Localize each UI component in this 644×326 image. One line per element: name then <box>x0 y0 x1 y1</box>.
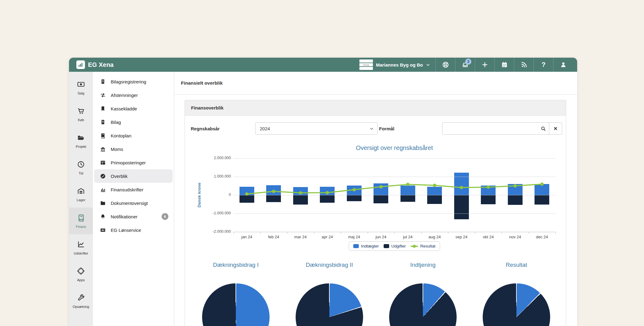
menu-item-notifikationer[interactable]: Notifikationer6 <box>94 210 173 223</box>
panel-body: Regnskabsår 2024 Formål <box>185 116 566 326</box>
legend-item-indt-gter[interactable]: Indtægter <box>353 244 379 248</box>
menu-item-afstemninger[interactable]: Afstemninger <box>94 88 173 102</box>
main-row: SalgKøbProjektTidLagerFinansUdskrifterAp… <box>69 72 577 326</box>
rail-item-label: Lager <box>77 198 85 202</box>
search-icon[interactable] <box>537 123 549 134</box>
menu-item-label: Dokumentoversigt <box>111 201 148 206</box>
page-title-row: Finansielt overblik <box>174 72 577 94</box>
rail-item-label: Projekt <box>76 145 86 148</box>
puzzle-icon <box>77 267 85 276</box>
wrench-icon <box>77 294 85 303</box>
inbox-badge: 3 <box>465 59 471 65</box>
rail-item-label: Køb <box>78 118 84 122</box>
menu-item-bilagsregistrering[interactable]: Bilagsregistrering <box>94 75 173 88</box>
app-logo-icon <box>76 60 85 69</box>
plus-button[interactable] <box>475 58 494 72</box>
x-axis-tick <box>555 232 556 234</box>
company-selector[interactable]: xena Mariannes Byg og Bo <box>354 58 435 72</box>
panel-header: Finansoverblik <box>185 100 566 116</box>
help-icon: ? <box>542 61 546 69</box>
rail-item-ops-tning[interactable]: Opsætning <box>69 288 93 314</box>
menu-item-label: Moms <box>111 147 123 152</box>
menu-item-kassekladde[interactable]: Kassekladde <box>94 102 173 115</box>
menu-item-dokumentoversigt[interactable]: Dokumentoversigt <box>94 196 173 210</box>
menu-item-label: Notifikationer <box>111 214 138 219</box>
rail-item-k-b[interactable]: Køb <box>69 101 93 128</box>
menu-item-moms[interactable]: Moms <box>94 142 173 156</box>
panel-wrap: Finansoverblik Regnskabsår 2024 Formål <box>174 94 577 326</box>
menu-item-eg-l-nservice[interactable]: EG Lønservice <box>94 223 173 237</box>
rss-button[interactable] <box>514 58 534 72</box>
inbox-button[interactable]: 3 <box>455 58 475 72</box>
menu-item-overblik[interactable]: Overblik <box>94 169 173 183</box>
company-logo-text: xena <box>363 64 369 66</box>
bars-icon <box>100 187 106 193</box>
bell-icon <box>100 214 106 220</box>
rail-item-apps[interactable]: Apps <box>69 261 93 288</box>
cart-icon <box>77 107 85 116</box>
pie-title-d-kningsbidrag-i: Dækningsbidrag I <box>190 262 282 268</box>
rail-item-lager[interactable]: Lager <box>69 181 93 208</box>
clear-search-button[interactable]: ✕ <box>549 123 562 134</box>
finance-overview-panel: Finansoverblik Regnskabsår 2024 Formål <box>185 100 566 326</box>
menu-item-label: Bilag <box>111 120 121 125</box>
topbar-right: xena Mariannes Byg og Bo 3? <box>354 58 577 72</box>
fiscal-year-value: 2024 <box>260 126 270 131</box>
legend-item-resultat[interactable]: Resultat <box>411 244 435 248</box>
plus-icon <box>481 61 488 68</box>
help-button[interactable]: ? <box>534 58 553 72</box>
rail-item-label: Salg <box>78 91 84 95</box>
calendar-button[interactable] <box>494 58 514 72</box>
pie-title-indtjening: Indtjening <box>377 262 469 268</box>
rail-item-udskrifter[interactable]: Udskrifter <box>69 234 93 261</box>
receipt-icon <box>100 119 106 125</box>
chart-line-icon <box>77 240 85 250</box>
pie-chart-resultat <box>483 283 550 326</box>
user-icon <box>560 61 567 68</box>
lifebuoy-icon <box>442 61 449 68</box>
menu-item-kontoplan[interactable]: Kontoplan <box>94 129 173 142</box>
user-button[interactable] <box>553 58 573 72</box>
rail-item-projekt[interactable]: Projekt <box>69 128 93 154</box>
fiscal-year-select[interactable]: 2024 <box>255 122 378 135</box>
topbar-icons: 3? <box>435 58 573 72</box>
notification-badge: 6 <box>162 213 168 220</box>
legend-item-udgifter[interactable]: Udgifter <box>384 244 406 248</box>
result-line <box>233 135 555 239</box>
menu-item-primoposteringer[interactable]: Primoposteringer <box>94 156 173 169</box>
rail-item-finans[interactable]: Finans <box>69 208 93 234</box>
content-area: Finansielt overblik Finansoverblik Regns… <box>174 72 577 326</box>
menu-item-label: Kontoplan <box>111 133 132 138</box>
menu-item-label: Finansudskrifter <box>111 187 144 192</box>
table-icon <box>100 160 106 166</box>
app-logo[interactable]: EG Xena <box>69 58 121 72</box>
company-name: Mariannes Byg og Bo <box>376 62 423 67</box>
app-window: EG Xena xena Mariannes Byg og Bo 3? Salg… <box>69 58 577 326</box>
menu-item-finansudskrifter[interactable]: Finansudskrifter <box>94 183 173 196</box>
rail-item-salg[interactable]: Salg <box>69 74 93 101</box>
app-name: EG Xena <box>88 61 114 68</box>
y-axis-tick-label: -1.000.000 <box>185 211 231 215</box>
bank-icon <box>100 146 106 152</box>
warehouse-icon <box>77 187 85 196</box>
menu-item-label: Overblik <box>111 174 128 179</box>
purpose-search-input[interactable] <box>443 123 537 134</box>
bookmark-icon <box>100 106 106 112</box>
chart-legend: IndtægterUdgifterResultat <box>233 241 555 251</box>
menu-item-bilag[interactable]: Bilag <box>94 115 173 129</box>
fiscal-year-label: Regnskabsår <box>191 126 255 131</box>
finance-menu: BilagsregistreringAfstemningerKassekladd… <box>93 72 174 326</box>
chevron-down-icon <box>370 127 374 131</box>
pie-chart-d-kningsbidrag-i <box>202 283 270 326</box>
legend-line-swatch <box>411 246 418 247</box>
pie-title-resultat: Resultat <box>470 262 562 268</box>
calendar-icon <box>501 61 508 68</box>
y-axis-tick-label: -2.000.000 <box>185 229 231 234</box>
pie-chart-indtjening <box>389 283 457 326</box>
rail-item-tid[interactable]: Tid <box>69 154 93 181</box>
purpose-searchbox: ✕ <box>442 122 562 135</box>
menu-item-label: EG Lønservice <box>111 228 141 233</box>
legend-label: Udgifter <box>391 244 406 248</box>
purpose-label: Formål <box>379 126 442 131</box>
lifebuoy-button[interactable] <box>435 58 455 72</box>
